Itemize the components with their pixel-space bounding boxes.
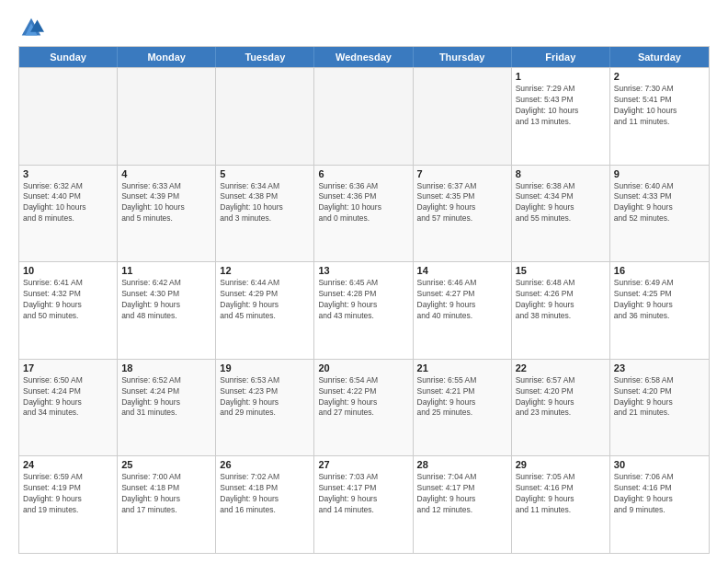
day-number: 4 xyxy=(121,168,211,179)
day-number: 26 xyxy=(220,459,310,470)
header-day-tuesday: Tuesday xyxy=(216,47,314,67)
cal-cell-1-1: 4Sunrise: 6:33 AM Sunset: 4:39 PM Daylig… xyxy=(118,166,216,262)
cal-cell-2-1: 11Sunrise: 6:42 AM Sunset: 4:30 PM Dayli… xyxy=(118,262,216,359)
day-number: 27 xyxy=(318,459,408,470)
cal-row-1: 3Sunrise: 6:32 AM Sunset: 4:40 PM Daylig… xyxy=(19,165,709,262)
day-number: 12 xyxy=(220,265,310,276)
header-day-friday: Friday xyxy=(512,47,610,67)
cell-text: Sunrise: 7:05 AM Sunset: 4:16 PM Dayligh… xyxy=(516,472,606,516)
cal-cell-4-4: 28Sunrise: 7:04 AM Sunset: 4:17 PM Dayli… xyxy=(414,456,512,553)
day-number: 17 xyxy=(23,362,113,373)
cell-text: Sunrise: 6:46 AM Sunset: 4:27 PM Dayligh… xyxy=(417,278,507,322)
day-number: 9 xyxy=(614,168,705,179)
cell-text: Sunrise: 6:42 AM Sunset: 4:30 PM Dayligh… xyxy=(121,278,211,322)
cal-cell-1-0: 3Sunrise: 6:32 AM Sunset: 4:40 PM Daylig… xyxy=(19,166,118,262)
cal-cell-0-1 xyxy=(118,68,216,165)
cal-cell-1-6: 9Sunrise: 6:40 AM Sunset: 4:33 PM Daylig… xyxy=(610,166,709,262)
day-number: 8 xyxy=(516,168,606,179)
cal-cell-4-6: 30Sunrise: 7:06 AM Sunset: 4:16 PM Dayli… xyxy=(610,456,709,553)
cell-text: Sunrise: 6:59 AM Sunset: 4:19 PM Dayligh… xyxy=(23,472,113,516)
cal-cell-3-3: 20Sunrise: 6:54 AM Sunset: 4:22 PM Dayli… xyxy=(314,360,413,456)
cell-text: Sunrise: 6:48 AM Sunset: 4:26 PM Dayligh… xyxy=(516,278,606,322)
cal-cell-0-5: 1Sunrise: 7:29 AM Sunset: 5:43 PM Daylig… xyxy=(512,68,610,165)
cal-cell-3-0: 17Sunrise: 6:50 AM Sunset: 4:24 PM Dayli… xyxy=(19,360,118,456)
cell-text: Sunrise: 6:32 AM Sunset: 4:40 PM Dayligh… xyxy=(23,181,113,225)
header-day-sunday: Sunday xyxy=(19,47,118,67)
cal-cell-4-2: 26Sunrise: 7:02 AM Sunset: 4:18 PM Dayli… xyxy=(216,456,314,553)
cell-text: Sunrise: 6:52 AM Sunset: 4:24 PM Dayligh… xyxy=(121,375,211,419)
day-number: 20 xyxy=(318,362,408,373)
cal-cell-2-4: 14Sunrise: 6:46 AM Sunset: 4:27 PM Dayli… xyxy=(414,262,512,359)
day-number: 5 xyxy=(220,168,310,179)
day-number: 15 xyxy=(516,265,606,276)
cal-cell-4-0: 24Sunrise: 6:59 AM Sunset: 4:19 PM Dayli… xyxy=(19,456,118,553)
cal-cell-2-5: 15Sunrise: 6:48 AM Sunset: 4:26 PM Dayli… xyxy=(512,262,610,359)
cell-text: Sunrise: 7:30 AM Sunset: 5:41 PM Dayligh… xyxy=(614,84,705,128)
header xyxy=(18,15,710,40)
day-number: 19 xyxy=(220,362,310,373)
day-number: 11 xyxy=(121,265,211,276)
cal-cell-1-3: 6Sunrise: 6:36 AM Sunset: 4:36 PM Daylig… xyxy=(314,166,413,262)
day-number: 22 xyxy=(516,362,606,373)
cal-cell-2-6: 16Sunrise: 6:49 AM Sunset: 4:25 PM Dayli… xyxy=(610,262,709,359)
cell-text: Sunrise: 6:41 AM Sunset: 4:32 PM Dayligh… xyxy=(23,278,113,322)
day-number: 30 xyxy=(614,459,705,470)
cal-cell-1-5: 8Sunrise: 6:38 AM Sunset: 4:34 PM Daylig… xyxy=(512,166,610,262)
cal-cell-4-1: 25Sunrise: 7:00 AM Sunset: 4:18 PM Dayli… xyxy=(118,456,216,553)
header-day-thursday: Thursday xyxy=(414,47,512,67)
day-number: 24 xyxy=(23,459,113,470)
cal-cell-0-4 xyxy=(414,68,512,165)
cal-cell-1-4: 7Sunrise: 6:37 AM Sunset: 4:35 PM Daylig… xyxy=(414,166,512,262)
day-number: 16 xyxy=(614,265,705,276)
logo-icon xyxy=(18,15,44,40)
cell-text: Sunrise: 7:04 AM Sunset: 4:17 PM Dayligh… xyxy=(417,472,507,516)
day-number: 7 xyxy=(417,168,507,179)
cell-text: Sunrise: 6:36 AM Sunset: 4:36 PM Dayligh… xyxy=(318,181,408,225)
cell-text: Sunrise: 7:00 AM Sunset: 4:18 PM Dayligh… xyxy=(121,472,211,516)
cell-text: Sunrise: 6:34 AM Sunset: 4:38 PM Dayligh… xyxy=(220,181,310,225)
cal-cell-4-3: 27Sunrise: 7:03 AM Sunset: 4:17 PM Dayli… xyxy=(314,456,413,553)
day-number: 10 xyxy=(23,265,113,276)
cal-cell-3-6: 23Sunrise: 6:58 AM Sunset: 4:20 PM Dayli… xyxy=(610,360,709,456)
day-number: 21 xyxy=(417,362,507,373)
cell-text: Sunrise: 6:53 AM Sunset: 4:23 PM Dayligh… xyxy=(220,375,310,419)
day-number: 29 xyxy=(516,459,606,470)
cal-cell-2-2: 12Sunrise: 6:44 AM Sunset: 4:29 PM Dayli… xyxy=(216,262,314,359)
header-day-monday: Monday xyxy=(118,47,216,67)
day-number: 14 xyxy=(417,265,507,276)
day-number: 13 xyxy=(318,265,408,276)
cal-cell-3-5: 22Sunrise: 6:57 AM Sunset: 4:20 PM Dayli… xyxy=(512,360,610,456)
cell-text: Sunrise: 6:55 AM Sunset: 4:21 PM Dayligh… xyxy=(417,375,507,419)
cal-cell-3-1: 18Sunrise: 6:52 AM Sunset: 4:24 PM Dayli… xyxy=(118,360,216,456)
day-number: 18 xyxy=(121,362,211,373)
cal-row-4: 24Sunrise: 6:59 AM Sunset: 4:19 PM Dayli… xyxy=(19,455,709,553)
day-number: 3 xyxy=(23,168,113,179)
cal-cell-3-2: 19Sunrise: 6:53 AM Sunset: 4:23 PM Dayli… xyxy=(216,360,314,456)
day-number: 23 xyxy=(614,362,705,373)
cell-text: Sunrise: 7:06 AM Sunset: 4:16 PM Dayligh… xyxy=(614,472,705,516)
header-day-wednesday: Wednesday xyxy=(314,47,413,67)
cal-cell-1-2: 5Sunrise: 6:34 AM Sunset: 4:38 PM Daylig… xyxy=(216,166,314,262)
page: SundayMondayTuesdayWednesdayThursdayFrid… xyxy=(0,0,728,563)
cell-text: Sunrise: 6:49 AM Sunset: 4:25 PM Dayligh… xyxy=(614,278,705,322)
cell-text: Sunrise: 6:38 AM Sunset: 4:34 PM Dayligh… xyxy=(516,181,606,225)
day-number: 28 xyxy=(417,459,507,470)
day-number: 2 xyxy=(614,71,705,82)
cal-cell-3-4: 21Sunrise: 6:55 AM Sunset: 4:21 PM Dayli… xyxy=(414,360,512,456)
cell-text: Sunrise: 6:57 AM Sunset: 4:20 PM Dayligh… xyxy=(516,375,606,419)
day-number: 1 xyxy=(516,71,606,82)
cell-text: Sunrise: 7:03 AM Sunset: 4:17 PM Dayligh… xyxy=(318,472,408,516)
cell-text: Sunrise: 6:40 AM Sunset: 4:33 PM Dayligh… xyxy=(614,181,705,225)
day-number: 6 xyxy=(318,168,408,179)
cell-text: Sunrise: 7:29 AM Sunset: 5:43 PM Dayligh… xyxy=(516,84,606,128)
cal-cell-0-2 xyxy=(216,68,314,165)
calendar: SundayMondayTuesdayWednesdayThursdayFrid… xyxy=(18,46,710,554)
cell-text: Sunrise: 7:02 AM Sunset: 4:18 PM Dayligh… xyxy=(220,472,310,516)
cell-text: Sunrise: 6:37 AM Sunset: 4:35 PM Dayligh… xyxy=(417,181,507,225)
cal-cell-0-6: 2Sunrise: 7:30 AM Sunset: 5:41 PM Daylig… xyxy=(610,68,709,165)
cal-cell-0-0 xyxy=(19,68,118,165)
cell-text: Sunrise: 6:54 AM Sunset: 4:22 PM Dayligh… xyxy=(318,375,408,419)
calendar-header: SundayMondayTuesdayWednesdayThursdayFrid… xyxy=(19,47,709,67)
calendar-body: 1Sunrise: 7:29 AM Sunset: 5:43 PM Daylig… xyxy=(19,67,709,553)
cal-cell-0-3 xyxy=(314,68,413,165)
